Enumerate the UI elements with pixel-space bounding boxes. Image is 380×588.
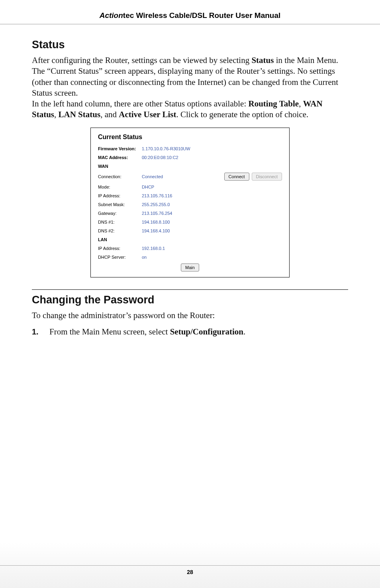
row-gateway: Gateway: 213.105.76.254 <box>98 211 282 216</box>
disconnect-button[interactable]: Disconnect <box>252 173 282 181</box>
password-intro: To change the administrator’s password o… <box>32 310 348 321</box>
current-status-title: Current Status <box>98 134 282 141</box>
row-mode: Mode: DHCP <box>98 185 282 189</box>
p2-frag-c: , <box>54 110 59 119</box>
firmware-label: Firmware Version: <box>98 146 142 151</box>
current-status-panel: Current Status Firmware Version: 1.170.1… <box>90 128 290 277</box>
row-wan-ip: IP Address: 213.105.76.116 <box>98 193 282 198</box>
row-firmware: Firmware Version: 1.170.10.0.76-R3010UW <box>98 146 282 151</box>
step-1-a: From the Main Menu screen, select <box>49 327 170 336</box>
main-button[interactable]: Main <box>181 264 199 271</box>
dns1-label: DNS #1: <box>98 220 142 224</box>
document-page: Actiontec Wireless Cable/DSL Router User… <box>0 0 380 588</box>
p2-bold-routing: Routing Table <box>249 99 299 108</box>
row-lan-ip: IP Address: 192.168.0.1 <box>98 246 282 251</box>
brand-italic: Action <box>100 11 123 20</box>
step-1: 1. From the Main Menu screen, select Set… <box>32 326 348 337</box>
section-divider <box>32 289 348 290</box>
dns1-value: 194.168.8.100 <box>142 220 282 224</box>
row-dns1: DNS #1: 194.168.8.100 <box>98 220 282 224</box>
mode-value: DHCP <box>142 185 282 189</box>
firmware-value: 1.170.10.0.76-R3010UW <box>142 146 282 151</box>
wan-ip-value: 213.105.76.116 <box>142 193 282 198</box>
lan-section-header: LAN <box>98 237 282 242</box>
p2-bold-active: Active User List <box>119 110 176 119</box>
screenshot-wrap: Current Status Firmware Version: 1.170.1… <box>32 128 348 277</box>
subnet-value: 255.255.255.0 <box>142 202 282 207</box>
p2-frag-e: . Click to generate the option of choice… <box>176 110 308 119</box>
connection-label: Connection: <box>98 174 142 179</box>
step-1-number: 1. <box>32 326 40 337</box>
p2-frag-d: , and <box>100 110 119 119</box>
row-connection: Connection: Connected Connect Disconnect <box>98 173 282 181</box>
connect-button[interactable]: Connect <box>224 173 249 181</box>
step-1-b: . <box>243 327 245 336</box>
page-number: 28 <box>0 569 380 575</box>
status-paragraph-1: After configuring the Router, settings c… <box>32 55 348 98</box>
row-dhcp-server: DHCP Server: on <box>98 255 282 260</box>
p2-frag-a: In the left hand column, there are other… <box>32 99 249 108</box>
connection-buttons: Connect Disconnect <box>224 173 282 181</box>
status-paragraph-2: In the left hand column, there are other… <box>32 98 348 120</box>
row-subnet: Subnet Mask: 255.255.255.0 <box>98 202 282 207</box>
mode-label: Mode: <box>98 185 142 189</box>
dns2-value: 194.168.4.100 <box>142 228 282 233</box>
manual-title-rest: Wireless Cable/DSL Router User Manual <box>134 11 280 20</box>
wan-ip-label: IP Address: <box>98 193 142 198</box>
main-button-row: Main <box>98 264 282 271</box>
mac-label: MAC Address: <box>98 155 142 160</box>
password-heading: Changing the Password <box>32 294 348 306</box>
lan-ip-label: IP Address: <box>98 246 142 251</box>
password-steps: 1. From the Main Menu screen, select Set… <box>32 326 348 337</box>
dns2-label: DNS #2: <box>98 228 142 233</box>
footer-rule <box>0 565 380 566</box>
p2-frag-b: , <box>299 99 303 108</box>
lan-ip-value: 192.168.0.1 <box>142 246 282 251</box>
step-1-text: From the Main Menu screen, select Setup/… <box>49 326 245 337</box>
manual-header: Actiontec Wireless Cable/DSL Router User… <box>0 0 380 24</box>
mac-value: 00:20:E0:08:10:C2 <box>142 155 282 160</box>
row-dns2: DNS #2: 194.168.4.100 <box>98 228 282 233</box>
dhcp-server-label: DHCP Server: <box>98 255 142 260</box>
brand-suffix: tec <box>123 11 134 20</box>
row-mac: MAC Address: 00:20:E0:08:10:C2 <box>98 155 282 160</box>
gateway-label: Gateway: <box>98 211 142 216</box>
p1-frag-a: After configuring the Router, settings c… <box>32 55 251 65</box>
status-heading: Status <box>32 39 348 51</box>
content-area: Status After configuring the Router, set… <box>0 24 380 337</box>
p1-bold-status: Status <box>251 55 274 65</box>
subnet-label: Subnet Mask: <box>98 202 142 207</box>
wan-section-header: WAN <box>98 164 282 169</box>
connection-value: Connected <box>142 174 224 179</box>
p2-bold-lan: LAN Status <box>59 110 101 119</box>
gateway-value: 213.105.76.254 <box>142 211 282 216</box>
dhcp-server-value: on <box>142 255 282 260</box>
step-1-bold: Setup/Configuration <box>170 327 243 336</box>
